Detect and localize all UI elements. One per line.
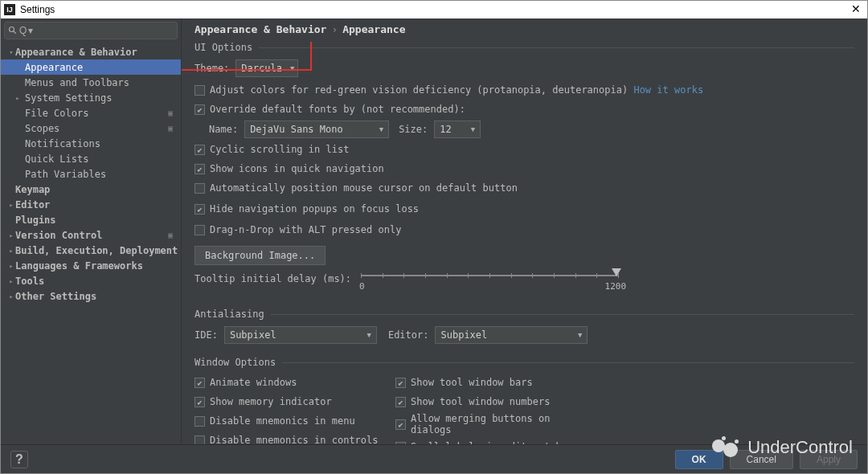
sidebar-item-label: Keymap bbox=[15, 184, 181, 195]
project-badge-icon: ▣ bbox=[165, 123, 176, 134]
adjust-colors-checkbox[interactable] bbox=[194, 85, 205, 96]
slider-min-label: 0 bbox=[359, 281, 365, 292]
checkbox[interactable] bbox=[395, 397, 406, 407]
checkbox[interactable] bbox=[194, 378, 205, 388]
how-it-works-link[interactable]: How it works bbox=[633, 84, 703, 96]
checkbox[interactable] bbox=[194, 416, 205, 427]
theme-select[interactable]: Darcula▼ bbox=[235, 59, 298, 77]
cyclic-scroll-label: Cyclic scrolling in list bbox=[210, 144, 349, 155]
font-size-select[interactable]: 12▼ bbox=[434, 121, 481, 138]
sidebar-item-label: Menus and Toolbars bbox=[25, 77, 181, 88]
search-input[interactable]: Q▾ bbox=[4, 22, 178, 39]
aa-editor-label: Editor: bbox=[388, 329, 429, 341]
quick-nav-icons-label: Show icons in quick navigation bbox=[210, 163, 384, 174]
chevron-icon: ▸ bbox=[7, 292, 15, 300]
cancel-button[interactable]: Cancel bbox=[730, 450, 793, 469]
hide-nav-label: Hide navigation popups on focus loss bbox=[210, 203, 419, 215]
sidebar-item-file-colors[interactable]: File Colors▣ bbox=[1, 105, 181, 121]
chevron-icon: ▾ bbox=[7, 48, 15, 56]
sidebar-item-menus-and-toolbars[interactable]: Menus and Toolbars bbox=[1, 75, 181, 90]
checkbox-label: Allow merging buttons on dialogs bbox=[411, 413, 596, 435]
sidebar-item-label: System Settings bbox=[25, 92, 181, 104]
sidebar-item-label: Plugins bbox=[15, 215, 181, 226]
sidebar-item-version-control[interactable]: ▸Version Control▣ bbox=[1, 227, 181, 243]
background-image-button[interactable]: Background Image... bbox=[194, 246, 326, 265]
sidebar-item-scopes[interactable]: Scopes▣ bbox=[1, 121, 181, 136]
auto-mouse-label: Automatically position mouse cursor on d… bbox=[210, 182, 518, 194]
app-icon: IJ bbox=[4, 4, 15, 15]
checkbox[interactable] bbox=[194, 435, 205, 445]
sidebar-item-label: Version Control bbox=[15, 230, 165, 241]
sidebar-item-label: Path Variables bbox=[25, 169, 181, 180]
hide-nav-checkbox[interactable] bbox=[194, 204, 205, 215]
sidebar-item-label: Editor bbox=[15, 199, 181, 210]
dnd-alt-checkbox[interactable] bbox=[194, 225, 205, 235]
font-name-select[interactable]: DejaVu Sans Mono▼ bbox=[244, 121, 389, 138]
svg-line-1 bbox=[14, 31, 16, 34]
sidebar-item-label: Appearance & Behavior bbox=[15, 47, 181, 58]
project-badge-icon: ▣ bbox=[165, 108, 176, 119]
sidebar-item-system-settings[interactable]: ▸System Settings bbox=[1, 90, 181, 105]
sidebar-item-languages-frameworks[interactable]: ▸Languages & Frameworks bbox=[1, 258, 181, 273]
checkbox-label: Show memory indicator bbox=[210, 396, 332, 407]
sidebar-item-path-variables[interactable]: Path Variables bbox=[1, 166, 181, 182]
sidebar-item-label: Scopes bbox=[25, 123, 165, 134]
close-icon[interactable]: ✕ bbox=[851, 2, 861, 15]
tooltip-delay-slider[interactable]: 0 1200 bbox=[361, 273, 618, 296]
sidebar-item-tools[interactable]: ▸Tools bbox=[1, 273, 181, 288]
dialog-footer: ? OK Cancel Apply bbox=[1, 444, 867, 473]
sidebar-item-notifications[interactable]: Notifications bbox=[1, 136, 181, 151]
chevron-icon: ▸ bbox=[14, 94, 22, 102]
override-fonts-label: Override default fonts by (not recommend… bbox=[210, 104, 465, 115]
apply-button[interactable]: Apply bbox=[800, 450, 858, 469]
sidebar-item-label: Notifications bbox=[25, 138, 181, 149]
sidebar-item-other-settings[interactable]: ▸Other Settings bbox=[1, 288, 181, 304]
help-button[interactable]: ? bbox=[10, 451, 28, 468]
checkbox-label: Show tool window numbers bbox=[411, 396, 550, 407]
sidebar-item-plugins[interactable]: Plugins bbox=[1, 212, 181, 227]
aa-ide-label: IDE: bbox=[194, 329, 218, 341]
quick-nav-icons-checkbox[interactable] bbox=[194, 164, 205, 174]
checkbox-label: Animate windows bbox=[210, 377, 297, 388]
adjust-colors-label: Adjust colors for red-green vision defic… bbox=[210, 84, 628, 96]
font-size-label: Size: bbox=[399, 124, 428, 135]
settings-content: UI Options Theme: Darcula▼ Adjust colors… bbox=[182, 42, 867, 444]
antialiasing-group: Antialiasing IDE: Subpixel▼ Editor: Subp… bbox=[194, 309, 854, 350]
sidebar-item-appearance-behavior[interactable]: ▾Appearance & Behavior bbox=[1, 44, 181, 59]
cyclic-scroll-checkbox[interactable] bbox=[194, 145, 205, 155]
slider-max-label: 1200 bbox=[605, 281, 627, 292]
checkbox[interactable] bbox=[395, 419, 406, 430]
checkbox[interactable] bbox=[395, 442, 406, 445]
window-title: Settings bbox=[20, 4, 55, 15]
sidebar-item-quick-lists[interactable]: Quick Lists bbox=[1, 151, 181, 166]
chevron-icon: ▸ bbox=[7, 201, 15, 209]
checkbox-label: Disable mnemonics in menu bbox=[210, 415, 355, 427]
checkbox-label: Show tool window bars bbox=[411, 377, 533, 388]
window-options-legend: Window Options bbox=[194, 357, 282, 368]
checkbox[interactable] bbox=[194, 397, 205, 407]
checkbox-label: Small labels in editor tabs bbox=[411, 441, 567, 444]
sidebar-item-build-execution-deployment[interactable]: ▸Build, Execution, Deployment bbox=[1, 243, 181, 258]
ok-button[interactable]: OK bbox=[675, 450, 723, 469]
titlebar[interactable]: IJ Settings ✕ bbox=[1, 1, 867, 18]
sidebar-item-label: Other Settings bbox=[15, 291, 181, 302]
sidebar-item-keymap[interactable]: Keymap bbox=[1, 182, 181, 197]
project-badge-icon: ▣ bbox=[165, 230, 176, 241]
chevron-icon: ▸ bbox=[7, 231, 15, 239]
checkbox[interactable] bbox=[395, 378, 406, 388]
auto-mouse-checkbox[interactable] bbox=[194, 183, 205, 194]
sidebar-item-editor[interactable]: ▸Editor bbox=[1, 197, 181, 212]
settings-tree[interactable]: ▾Appearance & BehaviorAppearanceMenus an… bbox=[1, 43, 181, 444]
font-name-label: Name: bbox=[209, 124, 238, 135]
chevron-icon: ▸ bbox=[7, 247, 15, 255]
aa-ide-select[interactable]: Subpixel▼ bbox=[224, 326, 377, 344]
sidebar: Q▾ ▾Appearance & BehaviorAppearanceMenus… bbox=[1, 18, 182, 444]
sidebar-item-label: Quick Lists bbox=[25, 153, 181, 165]
aa-editor-select[interactable]: Subpixel▼ bbox=[435, 326, 588, 344]
ui-options-legend: UI Options bbox=[194, 42, 259, 53]
sidebar-item-label: File Colors bbox=[25, 108, 165, 119]
antialiasing-legend: Antialiasing bbox=[194, 309, 271, 320]
override-fonts-checkbox[interactable] bbox=[194, 104, 205, 115]
chevron-icon: ▸ bbox=[7, 262, 15, 270]
sidebar-item-appearance[interactable]: Appearance bbox=[1, 59, 181, 75]
